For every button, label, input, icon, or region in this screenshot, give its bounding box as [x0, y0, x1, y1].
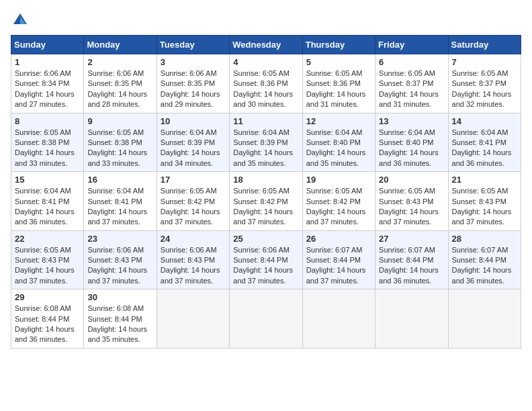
day-number: 1 — [15, 57, 80, 67]
calendar-day-cell — [302, 289, 375, 349]
day-number: 7 — [452, 57, 517, 67]
calendar-day-cell: 29 Sunrise: 6:08 AM Sunset: 8:44 PM Dayl… — [11, 289, 84, 349]
daylight-label: Daylight: 14 hours and 30 minutes. — [233, 90, 293, 108]
sunset-label: Sunset: 8:41 PM — [452, 138, 506, 146]
day-info: Sunrise: 6:05 AM Sunset: 8:38 PM Dayligh… — [15, 128, 80, 169]
sunrise-label: Sunrise: 6:05 AM — [306, 187, 363, 195]
calendar-header-monday: Monday — [84, 36, 157, 54]
calendar-header-thursday: Thursday — [302, 36, 375, 54]
sunrise-label: Sunrise: 6:07 AM — [306, 246, 363, 254]
sunrise-label: Sunrise: 6:06 AM — [87, 246, 144, 254]
day-number: 12 — [306, 116, 371, 126]
daylight-label: Daylight: 14 hours and 36 minutes. — [379, 148, 439, 167]
sunrise-label: Sunrise: 6:05 AM — [306, 69, 363, 77]
sunset-label: Sunset: 8:35 PM — [161, 79, 215, 87]
calendar-day-cell: 28 Sunrise: 6:07 AM Sunset: 8:44 PM Dayl… — [448, 230, 521, 289]
sunrise-label: Sunrise: 6:05 AM — [161, 187, 217, 195]
daylight-label: Daylight: 14 hours and 36 minutes. — [452, 148, 512, 167]
sunrise-label: Sunrise: 6:05 AM — [452, 69, 508, 77]
daylight-label: Daylight: 14 hours and 35 minutes. — [306, 148, 366, 167]
day-number: 28 — [452, 234, 517, 244]
daylight-label: Daylight: 14 hours and 36 minutes. — [15, 325, 75, 343]
sunset-label: Sunset: 8:41 PM — [87, 197, 142, 205]
calendar-day-cell: 19 Sunrise: 6:05 AM Sunset: 8:42 PM Dayl… — [302, 172, 375, 231]
sunrise-label: Sunrise: 6:06 AM — [87, 69, 144, 77]
calendar-day-cell: 15 Sunrise: 6:04 AM Sunset: 8:41 PM Dayl… — [11, 172, 84, 231]
sunset-label: Sunset: 8:43 PM — [87, 256, 142, 264]
daylight-label: Daylight: 14 hours and 31 minutes. — [379, 90, 439, 108]
sunrise-label: Sunrise: 6:05 AM — [233, 187, 290, 195]
calendar-day-cell — [375, 289, 448, 349]
day-number: 5 — [306, 57, 371, 67]
calendar-day-cell: 3 Sunrise: 6:06 AM Sunset: 8:35 PM Dayli… — [157, 54, 229, 113]
sunrise-label: Sunrise: 6:06 AM — [15, 69, 71, 77]
daylight-label: Daylight: 14 hours and 37 minutes. — [15, 266, 75, 284]
page-header — [11, 11, 521, 30]
sunset-label: Sunset: 8:44 PM — [452, 256, 506, 264]
sunset-label: Sunset: 8:42 PM — [306, 197, 361, 205]
day-info: Sunrise: 6:04 AM Sunset: 8:41 PM Dayligh… — [15, 186, 80, 228]
sunset-label: Sunset: 8:38 PM — [87, 138, 142, 146]
sunset-label: Sunset: 8:37 PM — [452, 79, 506, 87]
calendar-day-cell: 8 Sunrise: 6:05 AM Sunset: 8:38 PM Dayli… — [11, 113, 84, 172]
calendar-day-cell: 25 Sunrise: 6:06 AM Sunset: 8:44 PM Dayl… — [230, 230, 302, 289]
sunset-label: Sunset: 8:44 PM — [233, 256, 287, 264]
sunset-label: Sunset: 8:38 PM — [15, 138, 69, 146]
sunrise-label: Sunrise: 6:06 AM — [161, 69, 217, 77]
day-number: 23 — [87, 234, 152, 244]
calendar-day-cell — [448, 289, 521, 349]
day-number: 16 — [87, 175, 152, 185]
day-number: 26 — [306, 234, 371, 244]
day-number: 8 — [15, 116, 80, 126]
day-info: Sunrise: 6:04 AM Sunset: 8:40 PM Dayligh… — [306, 128, 371, 169]
day-number: 21 — [452, 175, 517, 185]
calendar-header-friday: Friday — [375, 36, 448, 54]
calendar-week-row: 1 Sunrise: 6:06 AM Sunset: 8:34 PM Dayli… — [11, 54, 521, 113]
day-number: 24 — [161, 234, 226, 244]
sunrise-label: Sunrise: 6:04 AM — [452, 128, 508, 136]
sunset-label: Sunset: 8:36 PM — [306, 79, 361, 87]
sunset-label: Sunset: 8:36 PM — [233, 79, 287, 87]
daylight-label: Daylight: 14 hours and 36 minutes. — [379, 266, 439, 284]
day-number: 14 — [452, 116, 517, 126]
calendar-day-cell: 4 Sunrise: 6:05 AM Sunset: 8:36 PM Dayli… — [230, 54, 302, 113]
day-number: 27 — [379, 234, 444, 244]
daylight-label: Daylight: 14 hours and 37 minutes. — [452, 208, 512, 226]
logo-icon — [11, 11, 30, 30]
calendar-week-row: 8 Sunrise: 6:05 AM Sunset: 8:38 PM Dayli… — [11, 113, 521, 172]
day-number: 20 — [379, 175, 444, 185]
sunset-label: Sunset: 8:43 PM — [379, 197, 433, 205]
calendar-header-row: SundayMondayTuesdayWednesdayThursdayFrid… — [11, 36, 521, 54]
calendar-day-cell: 26 Sunrise: 6:07 AM Sunset: 8:44 PM Dayl… — [302, 230, 375, 289]
calendar-day-cell: 11 Sunrise: 6:04 AM Sunset: 8:39 PM Dayl… — [230, 113, 302, 172]
calendar-day-cell: 16 Sunrise: 6:04 AM Sunset: 8:41 PM Dayl… — [84, 172, 157, 231]
daylight-label: Daylight: 14 hours and 37 minutes. — [306, 266, 366, 284]
day-info: Sunrise: 6:05 AM Sunset: 8:43 PM Dayligh… — [379, 186, 444, 228]
day-number: 4 — [233, 57, 298, 67]
day-info: Sunrise: 6:04 AM Sunset: 8:41 PM Dayligh… — [87, 186, 152, 228]
sunset-label: Sunset: 8:42 PM — [233, 197, 287, 205]
sunrise-label: Sunrise: 6:05 AM — [15, 246, 71, 254]
daylight-label: Daylight: 14 hours and 28 minutes. — [87, 90, 147, 108]
daylight-label: Daylight: 14 hours and 37 minutes. — [233, 266, 293, 284]
day-info: Sunrise: 6:05 AM Sunset: 8:38 PM Dayligh… — [87, 128, 152, 169]
day-number: 3 — [161, 57, 226, 67]
calendar-day-cell: 10 Sunrise: 6:04 AM Sunset: 8:39 PM Dayl… — [157, 113, 229, 172]
calendar-day-cell: 1 Sunrise: 6:06 AM Sunset: 8:34 PM Dayli… — [11, 54, 84, 113]
day-info: Sunrise: 6:05 AM Sunset: 8:37 PM Dayligh… — [452, 68, 517, 110]
day-number: 2 — [87, 57, 152, 67]
calendar-day-cell: 14 Sunrise: 6:04 AM Sunset: 8:41 PM Dayl… — [448, 113, 521, 172]
sunrise-label: Sunrise: 6:05 AM — [379, 69, 435, 77]
day-info: Sunrise: 6:06 AM Sunset: 8:44 PM Dayligh… — [233, 245, 298, 287]
day-info: Sunrise: 6:07 AM Sunset: 8:44 PM Dayligh… — [306, 245, 371, 287]
day-number: 10 — [161, 116, 226, 126]
day-number: 9 — [87, 116, 152, 126]
daylight-label: Daylight: 14 hours and 29 minutes. — [161, 90, 220, 108]
calendar-day-cell — [157, 289, 229, 349]
calendar-header-tuesday: Tuesday — [157, 36, 229, 54]
day-number: 18 — [233, 175, 298, 185]
day-info: Sunrise: 6:04 AM Sunset: 8:39 PM Dayligh… — [233, 128, 298, 169]
sunset-label: Sunset: 8:37 PM — [379, 79, 433, 87]
sunrise-label: Sunrise: 6:05 AM — [87, 128, 144, 136]
calendar-header-sunday: Sunday — [11, 36, 84, 54]
